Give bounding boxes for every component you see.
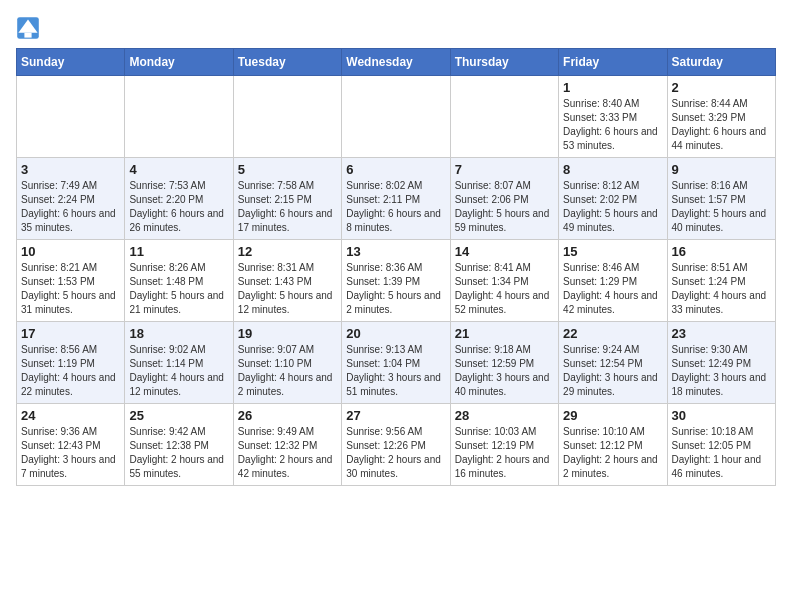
day-number: 28 [455,408,554,423]
day-info: Sunrise: 8:16 AM Sunset: 1:57 PM Dayligh… [672,179,771,235]
calendar-cell: 24Sunrise: 9:36 AM Sunset: 12:43 PM Dayl… [17,404,125,486]
calendar-cell: 29Sunrise: 10:10 AM Sunset: 12:12 PM Day… [559,404,667,486]
calendar-cell: 8Sunrise: 8:12 AM Sunset: 2:02 PM Daylig… [559,158,667,240]
calendar-week-5: 24Sunrise: 9:36 AM Sunset: 12:43 PM Dayl… [17,404,776,486]
calendar-cell: 23Sunrise: 9:30 AM Sunset: 12:49 PM Dayl… [667,322,775,404]
weekday-header-wednesday: Wednesday [342,49,450,76]
day-info: Sunrise: 10:10 AM Sunset: 12:12 PM Dayli… [563,425,662,481]
calendar-week-3: 10Sunrise: 8:21 AM Sunset: 1:53 PM Dayli… [17,240,776,322]
calendar-cell: 2Sunrise: 8:44 AM Sunset: 3:29 PM Daylig… [667,76,775,158]
day-number: 16 [672,244,771,259]
calendar-cell: 4Sunrise: 7:53 AM Sunset: 2:20 PM Daylig… [125,158,233,240]
calendar-cell: 16Sunrise: 8:51 AM Sunset: 1:24 PM Dayli… [667,240,775,322]
weekday-header-tuesday: Tuesday [233,49,341,76]
calendar-cell: 13Sunrise: 8:36 AM Sunset: 1:39 PM Dayli… [342,240,450,322]
logo-icon [16,16,40,40]
calendar-cell [125,76,233,158]
day-number: 6 [346,162,445,177]
calendar-cell: 6Sunrise: 8:02 AM Sunset: 2:11 PM Daylig… [342,158,450,240]
day-info: Sunrise: 9:49 AM Sunset: 12:32 PM Daylig… [238,425,337,481]
day-number: 22 [563,326,662,341]
day-info: Sunrise: 8:26 AM Sunset: 1:48 PM Dayligh… [129,261,228,317]
calendar-week-4: 17Sunrise: 8:56 AM Sunset: 1:19 PM Dayli… [17,322,776,404]
day-info: Sunrise: 8:51 AM Sunset: 1:24 PM Dayligh… [672,261,771,317]
day-number: 24 [21,408,120,423]
day-info: Sunrise: 7:53 AM Sunset: 2:20 PM Dayligh… [129,179,228,235]
calendar-week-1: 1Sunrise: 8:40 AM Sunset: 3:33 PM Daylig… [17,76,776,158]
day-info: Sunrise: 9:18 AM Sunset: 12:59 PM Daylig… [455,343,554,399]
day-number: 9 [672,162,771,177]
calendar-cell: 27Sunrise: 9:56 AM Sunset: 12:26 PM Dayl… [342,404,450,486]
day-info: Sunrise: 9:13 AM Sunset: 1:04 PM Dayligh… [346,343,445,399]
calendar-cell: 15Sunrise: 8:46 AM Sunset: 1:29 PM Dayli… [559,240,667,322]
calendar-cell [233,76,341,158]
day-info: Sunrise: 9:42 AM Sunset: 12:38 PM Daylig… [129,425,228,481]
day-number: 25 [129,408,228,423]
day-info: Sunrise: 7:49 AM Sunset: 2:24 PM Dayligh… [21,179,120,235]
day-info: Sunrise: 8:44 AM Sunset: 3:29 PM Dayligh… [672,97,771,153]
day-number: 27 [346,408,445,423]
day-info: Sunrise: 9:24 AM Sunset: 12:54 PM Daylig… [563,343,662,399]
day-info: Sunrise: 8:21 AM Sunset: 1:53 PM Dayligh… [21,261,120,317]
day-number: 2 [672,80,771,95]
calendar-week-2: 3Sunrise: 7:49 AM Sunset: 2:24 PM Daylig… [17,158,776,240]
weekday-header-monday: Monday [125,49,233,76]
weekday-header-saturday: Saturday [667,49,775,76]
calendar-header-row: SundayMondayTuesdayWednesdayThursdayFrid… [17,49,776,76]
calendar-cell: 18Sunrise: 9:02 AM Sunset: 1:14 PM Dayli… [125,322,233,404]
page-header [16,16,776,40]
calendar-cell [342,76,450,158]
day-info: Sunrise: 8:07 AM Sunset: 2:06 PM Dayligh… [455,179,554,235]
weekday-header-friday: Friday [559,49,667,76]
calendar-cell [17,76,125,158]
weekday-header-thursday: Thursday [450,49,558,76]
calendar-cell: 26Sunrise: 9:49 AM Sunset: 12:32 PM Dayl… [233,404,341,486]
day-number: 14 [455,244,554,259]
calendar-cell: 1Sunrise: 8:40 AM Sunset: 3:33 PM Daylig… [559,76,667,158]
day-number: 18 [129,326,228,341]
calendar-cell: 19Sunrise: 9:07 AM Sunset: 1:10 PM Dayli… [233,322,341,404]
day-info: Sunrise: 9:56 AM Sunset: 12:26 PM Daylig… [346,425,445,481]
calendar-cell: 10Sunrise: 8:21 AM Sunset: 1:53 PM Dayli… [17,240,125,322]
day-info: Sunrise: 8:36 AM Sunset: 1:39 PM Dayligh… [346,261,445,317]
day-info: Sunrise: 10:18 AM Sunset: 12:05 PM Dayli… [672,425,771,481]
day-info: Sunrise: 9:36 AM Sunset: 12:43 PM Daylig… [21,425,120,481]
day-info: Sunrise: 8:31 AM Sunset: 1:43 PM Dayligh… [238,261,337,317]
day-number: 4 [129,162,228,177]
day-number: 26 [238,408,337,423]
calendar-cell: 11Sunrise: 8:26 AM Sunset: 1:48 PM Dayli… [125,240,233,322]
day-number: 20 [346,326,445,341]
day-number: 3 [21,162,120,177]
calendar-cell: 22Sunrise: 9:24 AM Sunset: 12:54 PM Dayl… [559,322,667,404]
day-number: 5 [238,162,337,177]
calendar-cell [450,76,558,158]
svg-rect-2 [24,33,31,38]
calendar-cell: 12Sunrise: 8:31 AM Sunset: 1:43 PM Dayli… [233,240,341,322]
calendar-cell: 30Sunrise: 10:18 AM Sunset: 12:05 PM Day… [667,404,775,486]
day-number: 15 [563,244,662,259]
day-info: Sunrise: 8:46 AM Sunset: 1:29 PM Dayligh… [563,261,662,317]
calendar-cell: 5Sunrise: 7:58 AM Sunset: 2:15 PM Daylig… [233,158,341,240]
day-number: 30 [672,408,771,423]
calendar-table: SundayMondayTuesdayWednesdayThursdayFrid… [16,48,776,486]
day-info: Sunrise: 9:07 AM Sunset: 1:10 PM Dayligh… [238,343,337,399]
day-info: Sunrise: 10:03 AM Sunset: 12:19 PM Dayli… [455,425,554,481]
calendar-cell: 17Sunrise: 8:56 AM Sunset: 1:19 PM Dayli… [17,322,125,404]
calendar-cell: 3Sunrise: 7:49 AM Sunset: 2:24 PM Daylig… [17,158,125,240]
day-info: Sunrise: 8:12 AM Sunset: 2:02 PM Dayligh… [563,179,662,235]
day-number: 21 [455,326,554,341]
day-number: 10 [21,244,120,259]
weekday-header-sunday: Sunday [17,49,125,76]
day-info: Sunrise: 8:56 AM Sunset: 1:19 PM Dayligh… [21,343,120,399]
calendar-cell: 21Sunrise: 9:18 AM Sunset: 12:59 PM Dayl… [450,322,558,404]
day-number: 12 [238,244,337,259]
day-info: Sunrise: 8:41 AM Sunset: 1:34 PM Dayligh… [455,261,554,317]
calendar-cell: 14Sunrise: 8:41 AM Sunset: 1:34 PM Dayli… [450,240,558,322]
calendar-cell: 9Sunrise: 8:16 AM Sunset: 1:57 PM Daylig… [667,158,775,240]
day-number: 19 [238,326,337,341]
day-info: Sunrise: 9:02 AM Sunset: 1:14 PM Dayligh… [129,343,228,399]
day-number: 17 [21,326,120,341]
day-info: Sunrise: 7:58 AM Sunset: 2:15 PM Dayligh… [238,179,337,235]
calendar-cell: 25Sunrise: 9:42 AM Sunset: 12:38 PM Dayl… [125,404,233,486]
calendar-cell: 20Sunrise: 9:13 AM Sunset: 1:04 PM Dayli… [342,322,450,404]
